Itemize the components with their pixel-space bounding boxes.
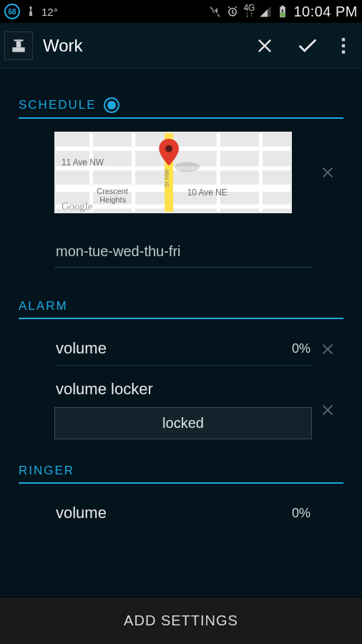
profile-icon[interactable] — [4, 31, 33, 60]
map-label-crescent: Crescent — [97, 187, 127, 195]
signal-icon — [259, 5, 272, 18]
schedule-location-row: St NW 11 Ave NW Crescent Heights 10 Ave … — [19, 132, 343, 213]
remove-location-button[interactable] — [312, 165, 343, 180]
svg-rect-4 — [12, 47, 24, 52]
remove-alarm-volume-button[interactable] — [312, 341, 343, 357]
map-street-label: St NW — [163, 169, 170, 187]
svg-rect-3 — [280, 13, 285, 17]
map-label-nw: 11 Ave NW — [62, 157, 104, 167]
setting-value: 0% — [292, 341, 310, 356]
add-settings-label: ADD SETTINGS — [124, 613, 238, 629]
schedule-radio[interactable] — [104, 97, 119, 113]
svg-rect-6 — [14, 39, 24, 41]
add-settings-button[interactable]: ADD SETTINGS — [0, 597, 362, 644]
ringer-volume-setting[interactable]: volume 0% — [54, 497, 312, 530]
alarm-icon — [226, 5, 239, 18]
status-bar: 68 12° 4G ↓↑ 10:04 PM — [0, 0, 362, 23]
location-map-thumbnail[interactable]: St NW 11 Ave NW Crescent Heights 10 Ave … — [54, 132, 292, 213]
battery-charging-icon — [276, 5, 289, 18]
mute-icon — [209, 5, 222, 18]
days-input[interactable]: mon-tue-wed-thu-fri — [54, 236, 312, 268]
setting-label: volume — [56, 339, 107, 358]
ringer-volume-row: volume 0% — [19, 497, 343, 530]
content-scroll[interactable]: SCHEDULE — [0, 69, 362, 597]
map-label-ne: 10 Ave NE — [187, 187, 228, 197]
setting-value: 0% — [292, 506, 310, 521]
section-header-alarm: ALARM — [19, 299, 343, 319]
page-title: Work — [43, 36, 83, 56]
alarm-volume-row: volume 0% — [19, 332, 343, 366]
section-header-label: ALARM — [19, 299, 68, 313]
svg-text:Heights: Heights — [99, 195, 126, 204]
confirm-button[interactable] — [286, 23, 329, 69]
section-header-schedule: SCHEDULE — [19, 97, 343, 119]
battery-circle-icon: 68 — [4, 4, 20, 19]
usb-icon — [24, 5, 37, 18]
clock: 10:04 PM — [293, 4, 358, 20]
svg-rect-9 — [342, 50, 345, 53]
network-label: 4G ↓↑ — [243, 5, 255, 18]
alarm-volume-locker-row: volume locker locked — [19, 380, 343, 439]
setting-label: volume — [56, 504, 107, 522]
setting-label: volume locker — [54, 380, 312, 407]
svg-rect-7 — [342, 38, 345, 41]
section-header-ringer: RINGER — [19, 464, 343, 484]
cancel-button[interactable] — [243, 23, 286, 69]
action-bar: Work — [0, 23, 362, 69]
volume-locker-button[interactable]: locked — [54, 407, 312, 439]
svg-rect-5 — [16, 41, 21, 47]
temperature-readout: 12° — [41, 6, 58, 18]
section-header-label: SCHEDULE — [19, 98, 97, 112]
svg-point-20 — [165, 145, 172, 152]
svg-rect-2 — [282, 6, 284, 7]
svg-rect-8 — [342, 44, 345, 47]
overflow-menu-button[interactable] — [329, 23, 358, 69]
alarm-volume-setting[interactable]: volume 0% — [54, 332, 312, 366]
section-header-label: RINGER — [19, 464, 74, 478]
schedule-days-row: mon-tue-wed-thu-fri — [19, 236, 343, 268]
map-logo: Google — [62, 200, 93, 212]
svg-point-21 — [175, 162, 200, 172]
remove-volume-locker-button[interactable] — [312, 402, 343, 418]
